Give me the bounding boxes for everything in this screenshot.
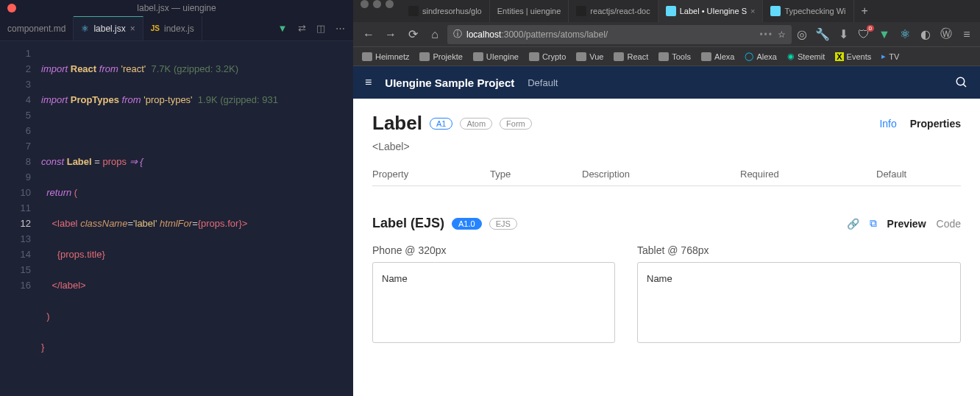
steemit-icon: ◉: [787, 52, 795, 61]
search-icon[interactable]: [955, 76, 968, 89]
home-button[interactable]: ⌂: [425, 25, 444, 44]
bookmarks-bar: Heimnetz Projekte UIengine Crypto Vue Re…: [353, 47, 980, 66]
browser-tab-2[interactable]: reactjs/react-doc: [569, 0, 658, 22]
close-icon[interactable]: ×: [130, 24, 135, 34]
browser-tab-0[interactable]: sindresorhus/glo: [401, 0, 490, 22]
back-button[interactable]: ←: [359, 25, 378, 44]
page-title-row: Label A1 Atom Form Info Properties: [372, 112, 961, 135]
svg-point-0: [956, 77, 965, 85]
extension-icon[interactable]: ◐: [918, 27, 933, 41]
info-icon[interactable]: ⓘ: [453, 28, 462, 40]
table-header-row: Property Type Description Required Defau…: [372, 163, 961, 186]
variant-title: Label (EJS): [372, 216, 444, 231]
browser-tab-4[interactable]: Typechecking Wi: [763, 0, 853, 22]
hamburger-icon[interactable]: ≡: [365, 76, 372, 89]
vue-icon[interactable]: ▼: [277, 23, 288, 34]
bookmark-react[interactable]: React: [609, 52, 653, 61]
bookmark-crypto[interactable]: Crypto: [525, 52, 570, 61]
variant-pill-ejs: EJS: [489, 218, 517, 230]
code-content[interactable]: import React from 'react' 7.7K (gzipped:…: [41, 41, 353, 396]
folder-icon: [576, 52, 586, 61]
js-icon: JS: [151, 24, 160, 32]
tab-component-md[interactable]: component.md: [0, 16, 74, 40]
bookmark-tools[interactable]: Tools: [654, 52, 695, 61]
project-title: UIengine Sample Project: [385, 77, 514, 89]
compare-icon[interactable]: ⇄: [296, 23, 308, 34]
bookmark-tv[interactable]: ▸TV: [877, 52, 903, 61]
page-actions-icon[interactable]: •••: [759, 29, 773, 40]
wrench-icon[interactable]: 🔧: [815, 27, 830, 41]
folder-icon: [529, 52, 539, 61]
browser-tab-3[interactable]: Label • UIengine S×: [658, 0, 764, 22]
alexa-icon: ◯: [745, 52, 753, 61]
folder-icon: [701, 52, 711, 61]
react-devtools-icon[interactable]: ⚛: [898, 27, 912, 41]
environment-label: Default: [528, 77, 558, 88]
rendered-label: Name: [382, 273, 408, 284]
new-tab-button[interactable]: +: [854, 0, 876, 22]
editor-actions: ▼ ⇄ ◫ ⋯: [269, 16, 353, 40]
github-icon: [576, 6, 586, 16]
tab-preview[interactable]: Preview: [887, 218, 926, 230]
pill-form: Form: [500, 118, 532, 130]
tab-index-js[interactable]: JS index.js: [143, 16, 202, 40]
reload-button[interactable]: ⟳: [403, 25, 422, 44]
url-host: localhost: [466, 29, 501, 40]
menu-icon[interactable]: ≡: [959, 28, 974, 41]
xing-icon: X: [835, 52, 843, 61]
url-bar[interactable]: ⓘ localhost:3000/patterns/atoms/label/ •…: [447, 25, 792, 44]
tab-info[interactable]: Info: [879, 118, 896, 130]
close-dot[interactable]: [7, 4, 16, 13]
preview-tablet: Tablet @ 768px Name: [637, 244, 961, 343]
preview-frame: Name: [637, 262, 961, 343]
github-icon: [408, 6, 419, 16]
split-icon[interactable]: ◫: [315, 23, 327, 34]
firefox-browser: sindresorhus/glo Entities | uiengine rea…: [353, 0, 980, 396]
forward-button[interactable]: →: [381, 25, 400, 44]
bookmark-uiengine[interactable]: UIengine: [469, 52, 523, 61]
close-icon[interactable]: ×: [750, 7, 755, 15]
bookmark-vue[interactable]: Vue: [572, 52, 608, 61]
variant-section: Label (EJS) A1.0 EJS 🔗 ⧉ Preview Code Ph…: [372, 216, 961, 343]
download-icon[interactable]: ⬇: [836, 27, 851, 41]
tab-code[interactable]: Code: [937, 218, 961, 230]
col-description: Description: [582, 169, 740, 180]
tab-properties[interactable]: Properties: [910, 118, 961, 130]
react-icon: [666, 6, 676, 16]
browser-tabs: sindresorhus/glo Entities | uiengine rea…: [353, 0, 980, 22]
line-numbers: 12345678910111213141516: [0, 41, 41, 396]
tab-label: index.js: [164, 24, 194, 34]
preview-frame: Name: [372, 262, 615, 343]
ublock-icon[interactable]: 🛡: [856, 28, 871, 41]
vscode-editor: label.jsx — uiengine component.md ⚛ labe…: [0, 0, 353, 396]
uiengine-page: ≡ UIengine Sample Project Default Label …: [353, 66, 980, 396]
page-title: Label: [372, 112, 422, 135]
bookmark-alexa[interactable]: ◯Alexa: [740, 52, 781, 61]
tab-label-jsx[interactable]: ⚛ label.jsx ×: [74, 16, 143, 40]
bookmark-star-icon[interactable]: ☆: [778, 29, 786, 40]
bookmark-steemit[interactable]: ◉Steemit: [783, 52, 829, 61]
bookmark-alexa-folder[interactable]: Alexa: [697, 52, 739, 61]
open-external-icon[interactable]: ⧉: [870, 217, 877, 230]
vue-devtools-icon[interactable]: ▼: [877, 28, 892, 41]
folder-icon: [614, 52, 624, 61]
editor-tabs: component.md ⚛ label.jsx × JS index.js ▼…: [0, 16, 353, 41]
folder-icon: [658, 52, 669, 61]
bookmark-heimnetz[interactable]: Heimnetz: [358, 52, 413, 61]
link-icon[interactable]: 🔗: [847, 218, 859, 230]
code-area[interactable]: 12345678910111213141516 import React fro…: [0, 41, 353, 396]
more-icon[interactable]: ⋯: [334, 23, 346, 34]
folder-icon: [473, 52, 483, 61]
preview-title: Phone @ 320px: [372, 244, 615, 256]
col-property: Property: [372, 169, 490, 180]
url-port: :3000: [501, 29, 523, 40]
browser-tab-1[interactable]: Entities | uiengine: [490, 0, 569, 22]
page-content: Label A1 Atom Form Info Properties <Labe…: [353, 99, 980, 396]
wordpress-icon[interactable]: Ⓦ: [939, 26, 954, 42]
page-header: ≡ UIengine Sample Project Default: [353, 66, 980, 99]
pill-version: A1: [430, 118, 452, 130]
bookmark-projekte[interactable]: Projekte: [415, 52, 466, 61]
window-controls[interactable]: [353, 0, 401, 22]
screenshot-icon[interactable]: ◎: [795, 27, 809, 41]
bookmark-events[interactable]: XEvents: [831, 52, 876, 61]
